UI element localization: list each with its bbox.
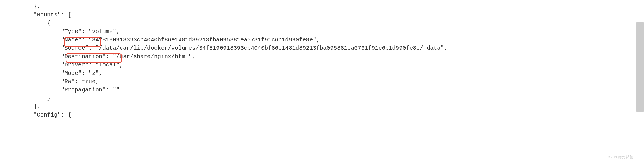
code-line: "Source": "/data/var/lib/docker/volumes/… (6, 45, 447, 52)
code-line: "Driver": "local", (6, 62, 123, 68)
code-line: "Propagation": "" (6, 87, 120, 93)
code-line: "Destination": "/usr/share/nginx/html", (6, 53, 195, 60)
watermark: CSDN @@背包 (606, 155, 633, 160)
code-line: }, (6, 3, 40, 10)
code-line: { (6, 20, 51, 26)
code-line: "Mounts": [ (6, 12, 71, 18)
code-line: } (6, 95, 51, 102)
code-line: ], (6, 103, 40, 110)
code-line: "RW": true, (6, 78, 99, 85)
code-line: "Name": "34f8190918393cb4040bf86e1481d89… (6, 37, 320, 43)
scrollbar-thumb[interactable] (636, 22, 644, 112)
code-line: "Mode": "z", (6, 70, 102, 77)
code-line: "Type": "volume", (6, 28, 120, 35)
code-line: "Config": { (6, 112, 71, 118)
json-code-block: }, "Mounts": [ { "Type": "volume", "Name… (6, 2, 644, 119)
scrollbar-track[interactable] (636, 0, 644, 164)
